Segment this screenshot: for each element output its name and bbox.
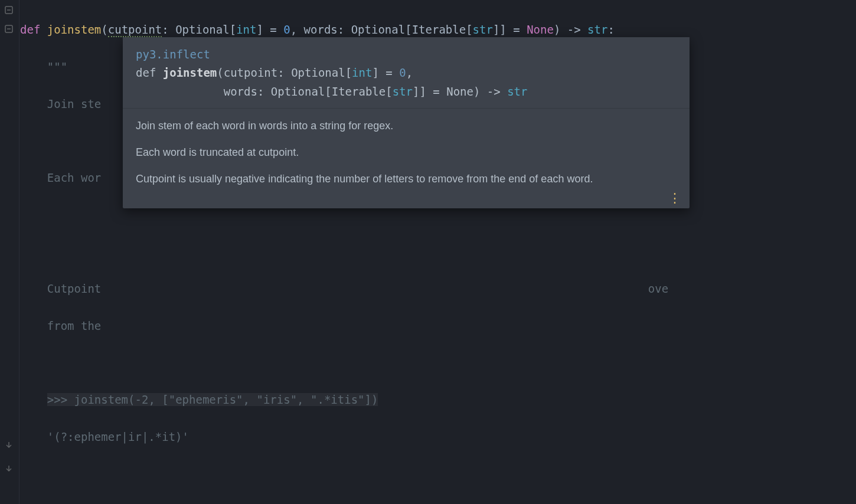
docstring-open: """ [47,60,67,73]
tooltip-body: Join stem of each word in words into a s… [123,109,690,208]
tooltip-paragraph: Each word is truncated at cutpoint. [136,145,677,161]
fold-minus-icon[interactable] [5,6,13,14]
fold-end-icon[interactable] [5,465,13,473]
more-actions-icon[interactable]: ⋮ [668,196,681,201]
code-line[interactable] [20,354,668,372]
code-line[interactable] [20,502,668,504]
code-line[interactable]: '(?:ephemer|ir|.*it)' [20,428,668,446]
code-line[interactable] [20,206,668,224]
function-name: joinstem [47,23,102,36]
documentation-tooltip: py3.inflect def joinstem(cutpoint: Optio… [123,37,690,208]
code-line[interactable]: >>> joinstem(-2, ["ephemeris", "iris", "… [20,391,668,409]
code-line[interactable] [20,465,668,483]
keyword-def: def [20,23,40,36]
code-line[interactable] [20,243,668,261]
param-cutpoint: cutpoint [108,23,162,37]
fold-end-icon[interactable] [5,441,13,450]
code-line[interactable]: from the [20,317,668,335]
tooltip-signature: py3.inflect def joinstem(cutpoint: Optio… [123,37,690,109]
editor-gutter [0,0,19,504]
tooltip-module: py3.inflect [136,48,210,61]
tooltip-paragraph: Cutpoint is usually negative indicating … [136,171,677,187]
docstring-text: from the [47,319,102,332]
code-line[interactable]: def joinstem(cutpoint: Optional[int] = 0… [20,21,668,39]
docstring-text: Cutpoint [47,282,102,295]
tooltip-paragraph: Join stem of each word in words into a s… [136,118,677,134]
tooltip-function-name: joinstem [163,66,217,79]
param-words: words [304,23,338,36]
doctest-prompt: >>> [47,393,67,406]
docstring-text: Each wor [47,171,102,184]
docstring-text: Join ste [47,97,102,110]
fold-minus-icon[interactable] [5,25,13,33]
code-line[interactable]: Cutpoint ove [20,280,668,298]
doctest-output: '(?:ephemer|ir|.*it)' [47,430,189,443]
